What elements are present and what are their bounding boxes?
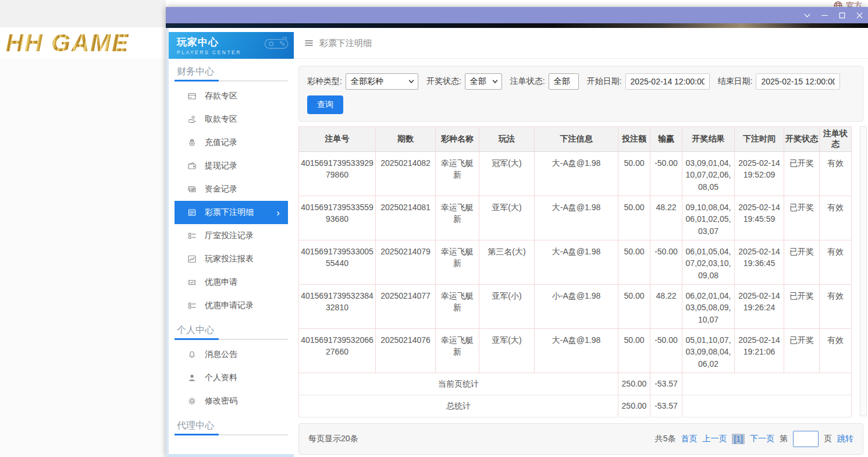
maximize-button[interactable] [833, 7, 851, 23]
table-row: 40156917395323843281020250214077幸运飞艇新亚军(… [299, 285, 852, 329]
chevron-down-icon [408, 79, 414, 84]
sidebar-item-label: 存款专区 [205, 91, 237, 101]
close-button[interactable] [851, 7, 868, 23]
sidebar-header: 玩家中心 PLAYERS CENTER [169, 32, 294, 59]
sidebar-item-label: 优惠申请 [205, 277, 237, 288]
table-cell: 已开奖 [784, 329, 820, 373]
table-cell: 06,02,01,04,03,05,08,09,10,07 [682, 285, 735, 329]
sidebar-item-change-password[interactable]: 修改密码 [175, 389, 288, 413]
table-cell: 401569173953238432810 [299, 285, 376, 329]
sidebar-item-label: 取款专区 [205, 114, 237, 125]
column-header: 下注时间 [735, 127, 784, 152]
table-cell: 2025-02-14 19:52:09 [735, 152, 784, 196]
draw-status-label: 开奖状态: [426, 76, 461, 87]
current-page-indicator[interactable]: [1] [732, 434, 745, 444]
table-cell: 大-A盘@1.98 [535, 196, 618, 240]
sidebar-item-withdraw-records[interactable]: 提现记录 [175, 154, 288, 178]
chevron-down-button[interactable] [798, 7, 816, 23]
sidebar-item-label: 修改密码 [205, 396, 237, 406]
minimize-button[interactable] [816, 7, 833, 23]
table-cell: 亚军(小) [479, 285, 535, 329]
desktop-lower-area [0, 58, 166, 457]
gamepad-icon [264, 36, 289, 52]
column-header: 彩种名称 [436, 127, 479, 152]
summary-empty-cell [682, 395, 852, 417]
jump-button[interactable]: 跳转 [837, 434, 853, 444]
square-icon [838, 12, 846, 19]
sidebar-item-promo-apply-records[interactable]: 优惠申请记录 [175, 294, 288, 317]
draw-status-select[interactable]: 全部 [465, 73, 502, 90]
sidebar-item-promo-apply[interactable]: 优惠申请 [175, 271, 288, 294]
sidebar-item-recharge-records[interactable]: 充值记录 [175, 131, 288, 154]
summary-label: 当前页统计 [299, 373, 618, 395]
jump-page-input[interactable] [793, 431, 819, 447]
table-cell: 50.00 [618, 285, 650, 329]
prev-page-link[interactable]: 上一页 [702, 434, 727, 444]
table-cell: 50.00 [618, 196, 650, 240]
table-cell: 06,01,05,04,07,02,03,10,09,08 [682, 240, 735, 285]
table-cell: 已开奖 [784, 285, 820, 329]
sidebar-item-messages[interactable]: 消息公告 [175, 343, 288, 366]
end-date-input[interactable] [756, 73, 840, 90]
list-alt-icon [187, 301, 197, 310]
summary-bet-total: 250.00 [618, 395, 650, 417]
sidebar-item-funds-records[interactable]: 资金记录 [175, 178, 288, 201]
sidebar: 玩家中心 PLAYERS CENTER 财务中心存款专区取款专区充值记录提现记录… [169, 28, 294, 457]
lottery-type-value: 全部彩种 [351, 76, 383, 87]
ticket-icon [187, 278, 197, 287]
sidebar-item-hall-bet-records[interactable]: 厅室投注记录 [175, 224, 288, 247]
sidebar-item-player-bet-report[interactable]: 玩家投注报表 [175, 247, 288, 271]
sidebar-sections: 财务中心存款专区取款专区充值记录提现记录资金记录彩票下注明细›厅室投注记录玩家投… [169, 66, 294, 435]
desktop-top-strip[interactable]: 官方 [166, 0, 868, 7]
card-icon [187, 91, 197, 101]
hamburger-icon[interactable] [304, 38, 314, 48]
table-cell: 03,09,01,04,10,07,02,06,08,05 [682, 152, 735, 196]
summary-empty-cell [682, 373, 852, 395]
table-row: 40156917395330055544020250214079幸运飞艇新第三名… [299, 240, 852, 285]
sidebar-item-lottery-bet-details[interactable]: 彩票下注明细› [175, 201, 288, 224]
globe-icon [833, 1, 843, 7]
table-cell: 2025-02-14 19:36:45 [735, 240, 784, 285]
sidebar-item-profile[interactable]: 个人资料 [175, 366, 288, 389]
table-cell: 05,01,10,07,03,09,08,04,06,02 [682, 329, 735, 373]
first-page-link[interactable]: 首页 [681, 434, 697, 444]
table-cell: 48.22 [650, 196, 682, 240]
table-cell: -50.00 [650, 240, 682, 285]
page-size-text: 每页显示20条 [308, 434, 358, 444]
moneybag-icon [187, 138, 197, 147]
table-cell: 20250214076 [376, 329, 436, 373]
summary-label: 总统计 [299, 395, 618, 417]
window-titlebar[interactable] [166, 7, 868, 23]
table-cell: 20250214082 [376, 152, 436, 196]
table-cell: 幸运飞艇新 [436, 152, 479, 196]
lottery-type-select[interactable]: 全部彩种 [346, 73, 418, 90]
page-title: 彩票下注明细 [319, 38, 372, 49]
table-cell: 已开奖 [784, 152, 820, 196]
table-cell: 有效 [820, 329, 852, 373]
sidebar-item-label: 充值记录 [205, 137, 237, 148]
table-cell: 冠军(大) [479, 152, 535, 196]
sidebar-item-deposit-zone[interactable]: 存款专区 [175, 84, 288, 108]
sidebar-item-withdraw-zone[interactable]: 取款专区 [175, 108, 288, 131]
section-underline [175, 339, 288, 340]
search-button[interactable]: 查询 [307, 95, 343, 114]
filter-panel: 彩种类型: 全部彩种 开奖状态: 全部 注单状态: 全部 [298, 66, 863, 122]
app-body: 玩家中心 PLAYERS CENTER 财务中心存款专区取款专区充值记录提现记录… [166, 28, 868, 457]
order-status-value: 全部 [554, 76, 570, 87]
vertical-scrollbar[interactable] [860, 126, 867, 416]
sidebar-item-label: 个人资料 [205, 373, 237, 383]
sidebar-item-label: 玩家投注报表 [205, 254, 254, 264]
start-date-input[interactable] [625, 73, 710, 90]
table-cell: 50.00 [618, 329, 650, 373]
column-header: 投注额 [618, 127, 650, 152]
table-row: 40156917395339297986020250214082幸运飞艇新冠军(… [299, 152, 852, 196]
jump-prefix-label: 第 [780, 434, 788, 444]
next-page-link[interactable]: 下一页 [750, 434, 774, 444]
official-site-link[interactable]: 官方 [846, 1, 862, 7]
order-status-select[interactable]: 全部 [549, 73, 579, 90]
minus-icon [821, 12, 828, 19]
gear-icon [187, 396, 197, 406]
page-header: 彩票下注明细 [294, 28, 868, 59]
main-content: 彩票下注明细 彩种类型: 全部彩种 开奖状态: 全部 注单状态: [294, 28, 868, 457]
lottery-type-label: 彩种类型: [307, 76, 342, 87]
